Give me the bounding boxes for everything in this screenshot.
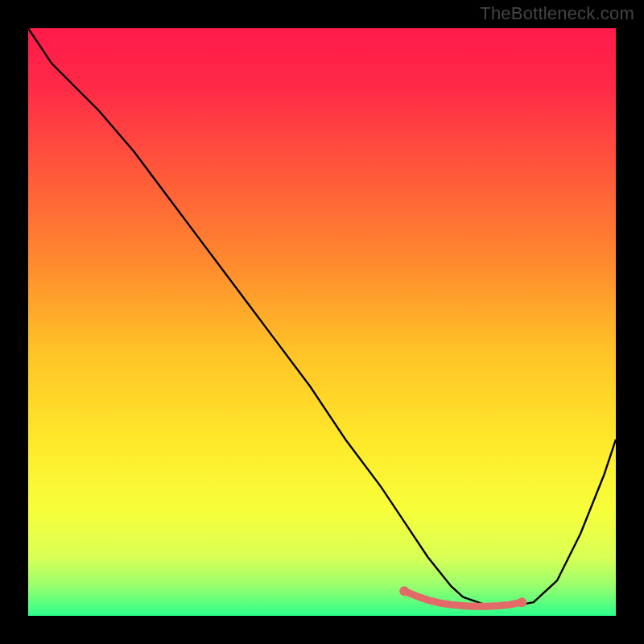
- plot-svg: [28, 28, 616, 616]
- highlight-dot: [517, 597, 526, 607]
- plot-area: [28, 28, 616, 616]
- watermark-text: TheBottleneck.com: [480, 3, 634, 24]
- chart-frame: TheBottleneck.com: [0, 0, 644, 644]
- gradient-background: [28, 28, 616, 616]
- highlight-dot: [399, 586, 409, 596]
